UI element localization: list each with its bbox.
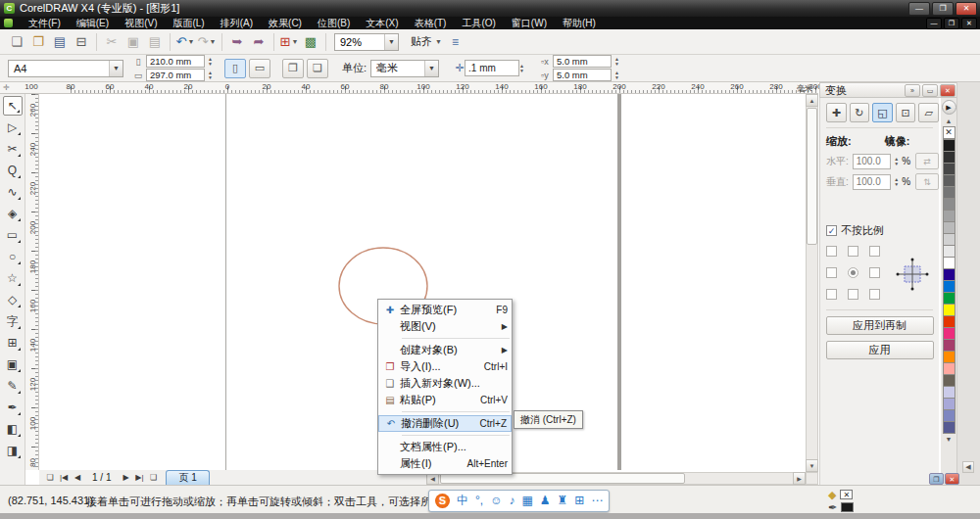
horizontal-ruler[interactable]: 毫米 1008060402002040608010012014016018020… xyxy=(39,82,818,94)
palette-flyout-button[interactable]: ▶ xyxy=(942,100,956,115)
all-pages-button[interactable]: ❐ xyxy=(282,59,304,78)
sogou-logo-icon[interactable]: S xyxy=(435,494,450,508)
crop-tool[interactable]: ✂ xyxy=(3,139,23,159)
transform-rotate-button[interactable]: ↻ xyxy=(850,103,870,122)
context-menu-item[interactable]: 创建对象(B)▶ xyxy=(378,342,512,358)
nudge-spinner[interactable]: ▲▼ xyxy=(519,64,524,73)
snap-dropdown[interactable]: 贴齐 ▼ ≡ xyxy=(411,34,459,49)
doc-minimize-button[interactable]: — xyxy=(926,18,942,29)
docker-close-button[interactable]: ✕ xyxy=(940,84,956,97)
scroll-up-button[interactable]: ▲ xyxy=(806,94,818,107)
menu-item[interactable]: 排列(A) xyxy=(213,17,261,29)
anchor-checkbox[interactable] xyxy=(869,289,880,300)
docker-minimize-button[interactable]: ▭ xyxy=(922,84,938,97)
ime-voice-icon[interactable]: ♪ xyxy=(509,491,514,511)
menu-item[interactable]: 表格(T) xyxy=(407,17,455,29)
menu-item[interactable]: 帮助(H) xyxy=(555,17,604,29)
chevron-down-icon[interactable]: ▼ xyxy=(424,61,438,76)
docker-chevron-icon[interactable]: » xyxy=(905,84,920,97)
portrait-button[interactable]: ▯ xyxy=(224,59,246,78)
menu-item[interactable]: 窗口(W) xyxy=(504,17,555,29)
vertical-scroll-thumb[interactable] xyxy=(807,108,817,245)
ellipse-tool[interactable]: ○ xyxy=(3,247,23,266)
context-menu-item[interactable]: ▤粘贴(P)Ctrl+V xyxy=(378,392,512,408)
transform-scale-mirror-button[interactable]: ◱ xyxy=(872,103,893,122)
chevron-down-icon[interactable]: ▼ xyxy=(109,61,122,76)
paper-width-field[interactable]: 210.0 mm xyxy=(146,55,205,68)
first-page-button[interactable]: |◀ xyxy=(57,471,71,484)
horizontal-scale-field[interactable]: 100.0 xyxy=(853,154,892,169)
context-menu-item[interactable]: ↶撤消删除(U)Ctrl+Z xyxy=(378,415,512,432)
menu-item[interactable]: 文件(F) xyxy=(21,17,69,29)
print-button[interactable]: ⊟ xyxy=(72,32,91,52)
previous-page-button[interactable]: ◀ xyxy=(71,471,84,484)
pick-tool[interactable]: ↖ xyxy=(3,96,23,116)
paper-height-spinner[interactable]: ▲▼ xyxy=(208,71,213,80)
chevron-down-icon[interactable]: ▼ xyxy=(435,38,442,45)
palette-expand-button[interactable]: ◀ xyxy=(962,461,974,473)
import-button[interactable]: ➥ xyxy=(227,32,247,52)
anchor-center-radio[interactable] xyxy=(848,267,858,278)
page-tab[interactable]: 页 1 xyxy=(166,470,209,485)
table-tool[interactable]: ⊞ xyxy=(3,333,23,353)
context-menu-item[interactable]: 属性(I)Alt+Enter xyxy=(378,455,512,472)
ime-person-icon[interactable]: ♟ xyxy=(540,491,551,511)
export-button[interactable]: ➦ xyxy=(249,32,269,52)
undo-button[interactable]: ↶▼ xyxy=(175,32,195,52)
chevron-down-icon[interactable]: ▼ xyxy=(209,38,216,45)
anchor-checkbox[interactable] xyxy=(848,289,858,300)
minimize-button[interactable]: — xyxy=(908,2,930,16)
context-menu-item[interactable]: ✚全屏预览(F)F9 xyxy=(378,302,512,318)
anchor-checkbox[interactable] xyxy=(826,289,837,300)
ime-keyboard-icon[interactable]: ▦ xyxy=(521,491,532,511)
docker-mini-restore-button[interactable]: ❐ xyxy=(929,473,944,485)
ime-mode-chinese[interactable]: 中 xyxy=(457,491,468,511)
duplicate-y-spinner[interactable]: ▲▼ xyxy=(614,71,619,80)
chevron-down-icon[interactable]: ▼ xyxy=(384,34,398,50)
ime-emoticon-icon[interactable]: ☺ xyxy=(490,491,502,511)
basic-shapes-tool[interactable]: ◇ xyxy=(3,290,23,309)
vertical-scale-field[interactable]: 100.0 xyxy=(853,174,892,190)
polygon-tool[interactable]: ☆ xyxy=(3,268,23,288)
mirror-vertical-button[interactable]: ⇅ xyxy=(915,173,939,190)
transform-skew-button[interactable]: ▱ xyxy=(918,103,939,122)
duplicate-x-field[interactable]: 5.0 mm xyxy=(553,55,612,68)
ime-more-button[interactable]: ⋯ xyxy=(591,491,603,511)
ime-skin-icon[interactable]: ♜ xyxy=(558,491,568,511)
units-combo[interactable]: 毫米 ▼ xyxy=(370,60,439,77)
context-menu-item[interactable]: ❐导入(I)...Ctrl+I xyxy=(378,358,512,375)
vertical-ruler[interactable]: 26024022020018016014012010080 xyxy=(25,94,39,470)
last-page-button[interactable]: ▶| xyxy=(132,471,146,484)
eyedropper-tool[interactable]: ✎ xyxy=(3,376,23,396)
palette-scroll-up-button[interactable]: ▲ xyxy=(946,117,953,126)
page-options-button[interactable]: ❏ xyxy=(43,471,57,484)
context-menu-item[interactable]: ❑插入新对象(W)... xyxy=(378,375,512,392)
shape-tool[interactable]: ▷ xyxy=(3,118,23,137)
application-launcher-button[interactable]: ⊞▼ xyxy=(279,32,299,52)
blend-tool[interactable]: ▣ xyxy=(3,354,23,374)
options-button[interactable]: ≡ xyxy=(452,35,459,49)
anchor-checkbox[interactable] xyxy=(826,246,837,257)
color-swatch[interactable] xyxy=(943,421,956,434)
menu-item[interactable]: 编辑(E) xyxy=(69,17,117,29)
rectangle-tool[interactable]: ▭ xyxy=(3,225,23,245)
duplicate-x-spinner[interactable]: ▲▼ xyxy=(614,57,619,67)
welcome-screen-button[interactable]: ▩ xyxy=(301,32,320,52)
restore-button[interactable]: ❐ xyxy=(932,2,954,16)
duplicate-y-field[interactable]: 5.0 mm xyxy=(553,69,612,81)
save-button[interactable]: ▤ xyxy=(50,32,70,52)
chevron-down-icon[interactable]: ▼ xyxy=(291,38,298,45)
scroll-right-button[interactable]: ▶ xyxy=(793,472,806,485)
new-document-button[interactable]: ❏ xyxy=(7,32,26,52)
horizontal-scale-spinner[interactable]: ▲▼ xyxy=(894,157,899,166)
menu-item[interactable]: 工具(O) xyxy=(454,17,503,29)
next-page-button[interactable]: ▶ xyxy=(119,471,132,484)
palette-scroll-down-button[interactable]: ▼ xyxy=(946,434,953,444)
menu-item[interactable]: 文本(X) xyxy=(358,17,406,29)
fill-tool[interactable]: ◧ xyxy=(3,419,23,439)
ime-toolbox-icon[interactable]: ⊞ xyxy=(574,491,584,511)
interactive-fill-tool[interactable]: ◨ xyxy=(3,441,23,460)
text-tool[interactable]: 字 xyxy=(3,311,23,331)
chevron-down-icon[interactable]: ▼ xyxy=(187,38,194,45)
current-page-button[interactable]: ❏ xyxy=(307,59,328,78)
